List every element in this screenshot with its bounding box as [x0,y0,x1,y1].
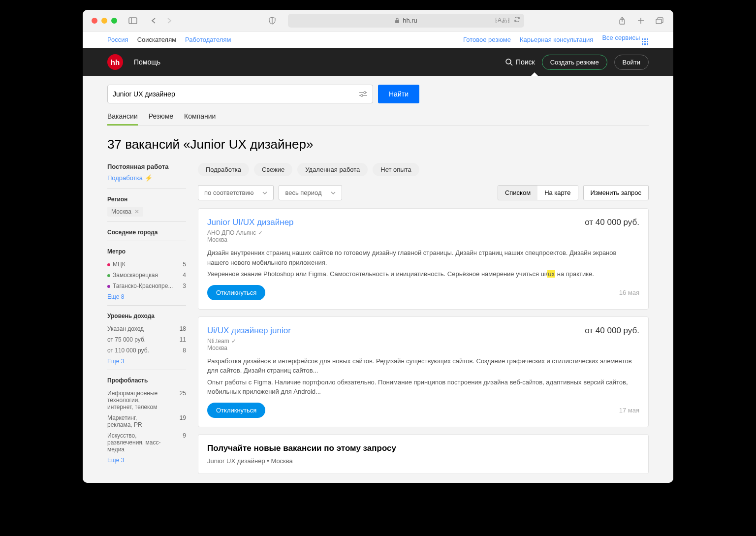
svg-point-8 [506,59,511,64]
search-link[interactable]: Поиск [505,58,535,66]
vacancy-date: 17 мая [619,407,639,414]
apply-button[interactable]: Откликнуться [207,403,265,418]
view-map[interactable]: На карте [537,186,577,200]
metro-item[interactable]: МЦК5 [107,259,186,270]
content: Найти Вакансии Резюме Компании 37 ваканс… [83,76,673,483]
company-name[interactable]: АНО ДПО Альянс ✓ [207,229,639,236]
svg-point-13 [361,95,363,96]
pill-fresh[interactable]: Свежие [254,163,292,176]
tab-resumes[interactable]: Резюме [149,108,173,126]
prof-more[interactable]: Еще 3 [107,457,186,464]
url-text: hh.ru [403,17,417,24]
income-more[interactable]: Еще 3 [107,358,186,365]
vacancy-title[interactable]: Ui/UX дизайнер junior [207,326,291,336]
chevron-down-icon [262,191,267,194]
permanent-label[interactable]: Постоянная работа [107,163,186,170]
vacancy-date: 16 мая [619,289,639,296]
parttime-link[interactable]: Подработка ⚡ [107,174,186,182]
find-button[interactable]: Найти [378,85,419,103]
metro-more[interactable]: Еще 8 [107,293,186,300]
page-title: 37 вакансий «Junior UX дизайнер» [107,137,649,152]
svg-line-9 [510,63,512,65]
header: hh Помощь Поиск Создать резюме Войти [83,48,673,76]
create-resume-button[interactable]: Создать резюме [542,55,607,70]
prof-item[interactable]: Информационные технологии, интернет, тел… [107,388,186,412]
svg-rect-3 [395,20,399,23]
searchbox: Найти [107,85,649,103]
minimize-icon[interactable] [101,18,107,24]
neighbors-label[interactable]: Соседние города [107,229,186,236]
filter-icon[interactable] [359,91,368,97]
login-button[interactable]: Войти [614,55,649,70]
close-icon[interactable] [92,18,97,24]
maximize-icon[interactable] [111,18,117,24]
filters-sidebar: Постоянная работа Подработка ⚡ Регион Мо… [107,163,186,474]
income-item[interactable]: Указан доход18 [107,323,186,334]
pill-parttime[interactable]: Подработка [198,163,249,176]
region-chip[interactable]: Москва✕ [107,207,143,217]
vacancy-card: Junior UI/UX дизайнерот 40 000 руб. АНО … [198,208,649,310]
share-icon[interactable] [617,16,627,26]
quick-filters: Подработка Свежие Удаленная работа Нет о… [198,163,649,176]
subscribe-title: Получайте новые вакансии по этому запрос… [207,443,639,453]
vacancy-salary: от 40 000 руб. [585,326,639,336]
remove-icon[interactable]: ✕ [134,208,139,215]
add-tab-icon[interactable] [636,16,646,26]
forward-icon[interactable] [164,16,174,26]
metro-item[interactable]: Замоскворецкая4 [107,270,186,281]
tabs-icon[interactable] [655,16,664,26]
svg-point-11 [364,92,366,94]
prof-label: Профобласть [107,377,186,384]
traffic-lights [92,18,117,24]
sidebar-toggle-icon[interactable] [128,16,138,26]
tab-companies[interactable]: Компании [184,108,216,126]
ready-resume-link[interactable]: Готовое резюме [463,36,511,43]
lock-icon [395,18,400,24]
apply-button[interactable]: Откликнуться [207,285,265,300]
prof-item[interactable]: Маркетинг, реклама, PR19 [107,412,186,430]
region-link[interactable]: Россия [107,36,128,43]
vacancy-title[interactable]: Junior UI/UX дизайнер [207,218,294,227]
svg-rect-7 [656,19,662,24]
consult-link[interactable]: Карьерная консультация [520,36,593,43]
view-list[interactable]: Списком [498,186,537,200]
topnav: Россия Соискателям Работодателям Готовое… [83,32,673,48]
vacancy-card: Ui/UX дизайнер juniorот 40 000 руб. Nti.… [198,316,649,427]
income-item[interactable]: от 75 000 руб.11 [107,334,186,345]
shield-icon[interactable] [267,16,277,26]
employers-link[interactable]: Работодателям [185,36,231,43]
metro-item[interactable]: Таганско-Краснопре...3 [107,281,186,291]
nav-buttons [149,16,174,26]
seekers-link[interactable]: Соискателям [137,36,176,43]
view-toggle: Списком На карте [498,185,578,200]
reload-icon[interactable] [514,16,520,23]
sort-select[interactable]: по соответствию [198,185,274,200]
income-item[interactable]: от 110 000 руб.8 [107,345,186,356]
pill-remote[interactable]: Удаленная работа [297,163,368,176]
url-bar[interactable]: hh.ru ⁅Aあ⁆ [288,14,524,28]
subscribe-card: Получайте новые вакансии по этому запрос… [198,434,649,474]
prof-item[interactable]: Искусство, развлечения, масс-медиа9 [107,430,186,455]
help-link[interactable]: Помощь [134,58,160,66]
services-link[interactable]: Все сервисы [602,34,649,45]
subscribe-sub: Junior UX дизайнер • Москва [207,457,639,465]
pill-noexp[interactable]: Нет опыта [373,163,419,176]
vacancy-req: Опыт работы с Figma. Наличие портфолио о… [207,378,639,397]
back-icon[interactable] [149,16,158,26]
pointer-icon [531,68,538,76]
grid-icon [642,38,649,45]
vacancy-desc: Разработка дизайнов и интерфейсов для но… [207,356,639,376]
income-label: Уровень дохода [107,313,186,319]
metro-label: Метро [107,248,186,255]
vacancy-city: Москва [207,236,639,243]
tab-vacancies[interactable]: Вакансии [107,108,138,126]
search-input[interactable] [113,90,359,98]
translate-icon[interactable]: ⁅Aあ⁆ [495,16,510,25]
change-query-button[interactable]: Изменить запрос [583,185,649,200]
search-tabs: Вакансии Резюме Компании [107,108,649,126]
company-name[interactable]: Nti.team ✓ [207,338,639,345]
period-select[interactable]: весь период [279,185,342,200]
search-input-wrap [107,85,373,103]
search-icon [505,58,513,66]
logo[interactable]: hh [107,54,123,70]
